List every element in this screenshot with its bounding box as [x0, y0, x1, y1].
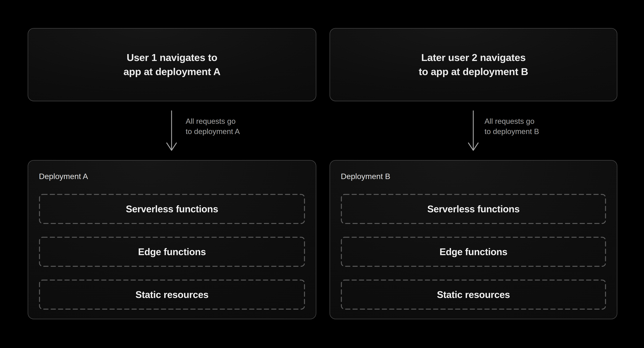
layer-label: Edge functions: [138, 246, 206, 257]
arrow-label-b: All requests go to deployment B: [484, 116, 539, 136]
user-box-line-1: Later user 2 navigates: [421, 52, 526, 63]
deployment-title: Deployment A: [39, 172, 88, 181]
layer-label: Edge functions: [440, 246, 508, 257]
serverless-functions-layer: Serverless functions: [341, 194, 606, 224]
column-deployment-b: Later user 2 navigates to app at deploym…: [330, 28, 617, 319]
user-navigation-box-a: User 1 navigates to app at deployment A: [28, 28, 316, 101]
arrow-label-line-2: to deployment A: [186, 127, 240, 136]
user-box-line-2: app at deployment A: [124, 66, 220, 77]
arrow-label-line-1: All requests go: [484, 117, 534, 125]
user-navigation-box-b: Later user 2 navigates to app at deploym…: [330, 28, 617, 101]
serverless-functions-layer: Serverless functions: [39, 194, 305, 224]
static-resources-layer: Static resources: [39, 279, 305, 310]
down-arrow-icon: [468, 110, 479, 152]
arrow-label-line-1: All requests go: [186, 117, 236, 125]
deployment-diagram: User 1 navigates to app at deployment A …: [0, 0, 644, 348]
layer-label: Serverless functions: [427, 203, 520, 215]
edge-functions-layer: Edge functions: [39, 237, 305, 267]
layer-label: Serverless functions: [126, 203, 218, 215]
layer-label: Static resources: [437, 289, 510, 300]
deployment-box-b: Deployment B Serverless functions Edge f…: [330, 160, 617, 319]
static-resources-layer: Static resources: [341, 279, 606, 310]
down-arrow-icon: [166, 110, 178, 152]
arrow-label-a: All requests go to deployment A: [186, 116, 240, 136]
edge-functions-layer: Edge functions: [341, 237, 606, 267]
user-box-text: User 1 navigates to app at deployment A: [124, 51, 220, 79]
column-deployment-a: User 1 navigates to app at deployment A …: [28, 28, 316, 319]
user-box-text: Later user 2 navigates to app at deploym…: [419, 51, 528, 79]
user-box-line-1: User 1 navigates to: [126, 52, 217, 63]
deployment-title: Deployment B: [341, 172, 390, 181]
arrow-label-line-2: to deployment B: [484, 127, 539, 136]
layer-label: Static resources: [136, 289, 209, 300]
deployment-box-a: Deployment A Serverless functions Edge f…: [28, 160, 316, 319]
user-box-line-2: to app at deployment B: [419, 66, 528, 77]
